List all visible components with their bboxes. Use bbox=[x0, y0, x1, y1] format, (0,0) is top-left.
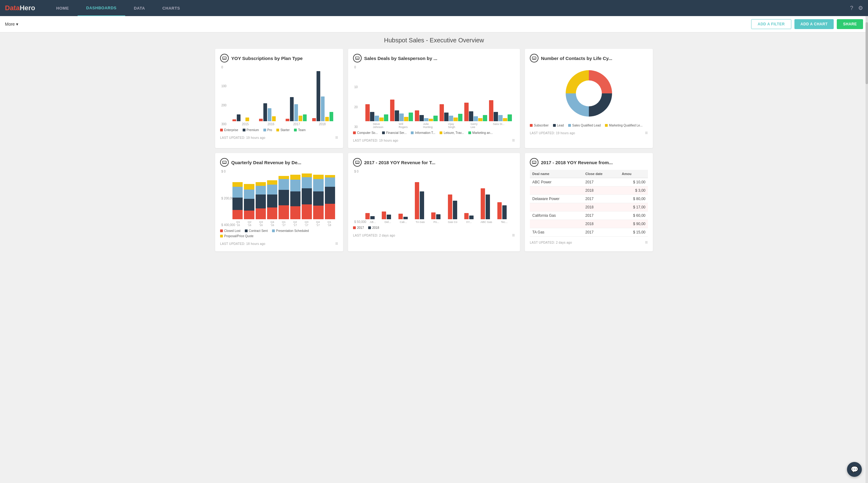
cell-close-date: 2017 bbox=[583, 195, 619, 203]
bar bbox=[259, 119, 263, 121]
legend-computer: Computer So... bbox=[353, 131, 378, 134]
bar bbox=[370, 112, 374, 121]
bar-q4-17 bbox=[313, 170, 323, 219]
legend-dot bbox=[245, 230, 248, 232]
bar bbox=[429, 119, 433, 121]
card1-last-updated: LAST UPDATED: 19 hours ago bbox=[220, 136, 265, 140]
legend-starter: Starter bbox=[276, 128, 290, 132]
legend-premium: Premium bbox=[243, 128, 259, 132]
card2-y-axis: 30 20 10 0 bbox=[353, 65, 359, 129]
table-row: California Gas 2017 $ 60,00 bbox=[530, 212, 648, 220]
share-button[interactable]: SHARE bbox=[837, 19, 863, 29]
cell-amount: $ 17,00 bbox=[619, 203, 648, 212]
bar-abc-gas bbox=[481, 188, 495, 219]
bar-group-gerry bbox=[464, 103, 487, 121]
legend-dot bbox=[553, 124, 556, 127]
bar-group-vijay bbox=[440, 104, 462, 121]
bar bbox=[503, 118, 507, 121]
settings-icon[interactable]: ⚙ bbox=[858, 5, 863, 11]
bar bbox=[232, 198, 243, 210]
card5-chart: $ 50,000 $ 0 bbox=[353, 170, 515, 223]
bar bbox=[395, 111, 399, 121]
bar bbox=[420, 115, 424, 121]
bar bbox=[232, 119, 236, 121]
bar bbox=[424, 118, 428, 121]
bar bbox=[448, 194, 452, 219]
svg-rect-3 bbox=[355, 57, 359, 59]
table-row: TA Gas 2017 $ 15,00 bbox=[530, 228, 648, 237]
cell-deal-name bbox=[530, 220, 583, 228]
card1-title: YOY Subscriptions by Plan Type bbox=[231, 56, 303, 61]
bar bbox=[494, 112, 498, 121]
legend-dot bbox=[276, 129, 279, 131]
card-quarterly-revenue: Quarterly Deal Revenue by De... $ 400,00… bbox=[215, 153, 343, 251]
card4-menu-icon[interactable]: ≡ bbox=[335, 241, 338, 246]
bar bbox=[256, 182, 266, 186]
bar-group-julie bbox=[415, 111, 438, 121]
bar bbox=[473, 116, 478, 121]
card-yoy-revenue: 2017 - 2018 YOY Revenue for T... $ 50,00… bbox=[348, 153, 520, 251]
legend-dot bbox=[568, 124, 571, 127]
bar bbox=[507, 114, 512, 121]
card3-menu-icon[interactable]: ≡ bbox=[645, 130, 648, 136]
cell-amount: $ 90,00 bbox=[619, 220, 648, 228]
bar-xy bbox=[464, 213, 479, 219]
card5-header: 2017 - 2018 YOY Revenue for T... bbox=[353, 158, 515, 167]
bar bbox=[267, 208, 277, 219]
brand-logo[interactable]: DataHero bbox=[5, 4, 35, 12]
card2-menu-icon[interactable]: ≡ bbox=[512, 138, 515, 143]
nav-home[interactable]: HOME bbox=[48, 0, 78, 16]
bar bbox=[325, 187, 335, 204]
bar bbox=[303, 114, 307, 121]
add-filter-button[interactable]: ADD A FILTER bbox=[751, 19, 791, 29]
bar bbox=[268, 108, 271, 121]
bar bbox=[497, 202, 502, 219]
revenue-table: Deal name Close date Amou ABC Power 2017… bbox=[530, 170, 648, 237]
bar bbox=[290, 175, 301, 180]
add-chart-button[interactable]: ADD A CHART bbox=[795, 19, 834, 29]
bar bbox=[244, 184, 254, 189]
svg-rect-5 bbox=[358, 58, 358, 59]
cell-amount: $ 80,00 bbox=[619, 195, 648, 203]
bar bbox=[436, 214, 440, 219]
card1-menu-icon[interactable]: ≡ bbox=[335, 135, 338, 141]
scrollbar-thumb[interactable] bbox=[866, 22, 868, 84]
legend-proposal: Proposal/Price Quote bbox=[220, 234, 253, 238]
bar-group-2015 bbox=[232, 114, 255, 121]
bar bbox=[256, 186, 266, 194]
bar bbox=[489, 100, 493, 121]
legend-info: Information T... bbox=[411, 131, 435, 134]
legend-2018: 2018 bbox=[368, 226, 379, 230]
card4-x-axis: Q1'16 Q2'16 Q3'16 Q4'16 Q1'17 Q2'17 Q3'1… bbox=[229, 220, 338, 227]
bar bbox=[316, 71, 320, 121]
card3-header: Number of Contacts by Life Cy... bbox=[530, 54, 648, 62]
svg-rect-18 bbox=[534, 163, 535, 163]
card4-legend: Closed Lost Contract Sent Presentation S… bbox=[220, 229, 338, 238]
help-icon[interactable]: ? bbox=[850, 5, 853, 11]
bar bbox=[365, 104, 370, 121]
table-row: 2018 $ 3,00 bbox=[530, 186, 648, 195]
nav-data[interactable]: DATA bbox=[125, 0, 154, 16]
card5-legend: 2017 2018 bbox=[353, 226, 515, 230]
svg-rect-0 bbox=[223, 57, 226, 59]
cell-amount: $ 10,00 bbox=[619, 178, 648, 186]
chevron-down-icon: ▾ bbox=[16, 22, 18, 27]
card5-menu-icon[interactable]: ≡ bbox=[512, 233, 515, 238]
bar bbox=[325, 117, 329, 121]
th-deal-name: Deal name bbox=[530, 170, 583, 178]
card4-bars bbox=[229, 170, 338, 219]
nav-dashboards[interactable]: DASHBOARDS bbox=[78, 0, 125, 16]
bar bbox=[313, 175, 323, 179]
cell-close-date: 2018 bbox=[583, 186, 619, 195]
bar bbox=[454, 118, 458, 121]
card3-last-updated: LAST UPDATED: 19 hours ago bbox=[530, 131, 575, 135]
bar-group-2016 bbox=[259, 103, 282, 121]
bar bbox=[313, 206, 323, 219]
nav-charts[interactable]: CHARTS bbox=[154, 0, 189, 16]
scrollbar[interactable] bbox=[866, 16, 868, 258]
card6-menu-icon[interactable]: ≡ bbox=[645, 240, 648, 245]
card4-last-updated: LAST UPDATED: 18 hours ago bbox=[220, 242, 265, 245]
more-button[interactable]: More ▾ bbox=[5, 22, 18, 27]
svg-rect-10 bbox=[223, 161, 226, 163]
cell-deal-name bbox=[530, 186, 583, 195]
